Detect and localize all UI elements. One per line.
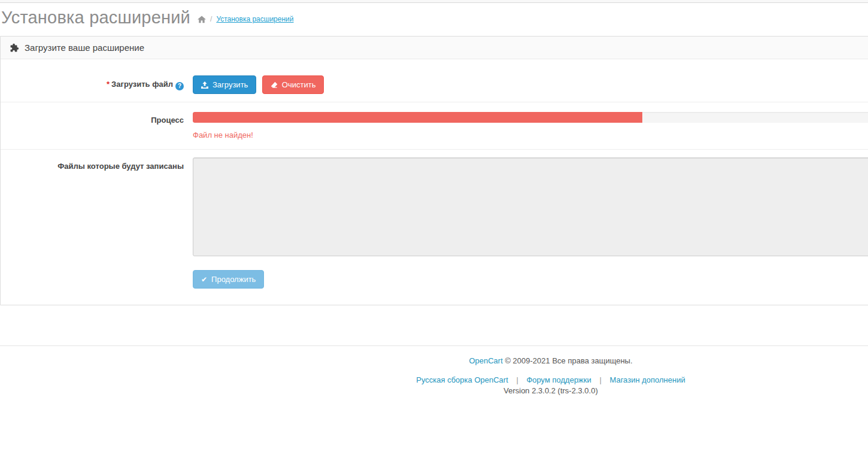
breadcrumb-item-extension-installer[interactable]: Установка расширений [216, 15, 293, 23]
puzzle-piece-icon [10, 43, 19, 53]
content-gap [0, 305, 868, 345]
required-mark: * [107, 80, 110, 89]
progress-error-text: Файл не найден! [193, 131, 868, 139]
footer-link-russian-build[interactable]: Русская сборка OpenCart [416, 375, 508, 384]
footer-links: Русская сборка OpenCart | Форум поддержк… [0, 375, 868, 384]
panel-body: *Загрузить файл? Загрузить Очистить [1, 59, 868, 305]
footer-version: Version 2.3.0.2 (trs-2.3.0.0) [0, 386, 868, 395]
files-label: Файлы которые будут записаны [1, 157, 184, 289]
footer-link-support-forum[interactable]: Форум поддержки [526, 375, 591, 384]
files-controls: ✔ Продолжить [193, 157, 868, 289]
upload-row: *Загрузить файл? Загрузить Очистить [1, 59, 868, 102]
footer-copyright: OpenCart © 2009-2021 Все права защищены. [0, 356, 868, 365]
footer: OpenCart © 2009-2021 Все права защищены.… [0, 345, 868, 395]
progress-row: Процесс Файл не найден! [1, 102, 868, 149]
page: Установка расширений / Установка расшире… [0, 0, 868, 395]
files-textarea[interactable] [193, 157, 868, 256]
check-icon: ✔ [201, 276, 207, 283]
progress-bar [193, 112, 868, 123]
panel-heading: Загрузите ваше расширение [1, 37, 868, 59]
progress-label: Процесс [1, 111, 184, 139]
footer-links-separator: | [516, 375, 518, 384]
home-icon[interactable] [198, 16, 206, 23]
progress-controls: Файл не найден! [193, 111, 868, 139]
question-circle-icon[interactable]: ? [175, 82, 184, 90]
opencart-link[interactable]: OpenCart [469, 356, 502, 365]
upload-icon [201, 81, 208, 89]
panel-heading-label: Загрузите ваше расширение [25, 43, 144, 53]
upload-label: *Загрузить файл? [1, 75, 184, 94]
files-row: Файлы которые будут записаны ✔ Продолжит… [1, 149, 868, 305]
page-header: Установка расширений / Установка расшире… [0, 3, 868, 36]
breadcrumb: / Установка расширений [198, 15, 293, 23]
breadcrumb-separator: / [210, 15, 212, 23]
footer-links-separator: | [599, 375, 601, 384]
footer-link-extension-store[interactable]: Магазин дополнений [609, 375, 685, 384]
upload-button[interactable]: Загрузить [193, 75, 256, 94]
extension-installer-panel: Загрузите ваше расширение *Загрузить фай… [0, 36, 868, 305]
page-title: Установка расширений [1, 8, 190, 28]
eraser-icon [271, 81, 278, 89]
continue-button[interactable]: ✔ Продолжить [193, 270, 264, 289]
progress-fill [193, 112, 642, 123]
copyright-text: © 2009-2021 Все права защищены. [505, 356, 632, 365]
clear-button[interactable]: Очистить [262, 75, 324, 94]
upload-controls: Загрузить Очистить [193, 75, 868, 94]
